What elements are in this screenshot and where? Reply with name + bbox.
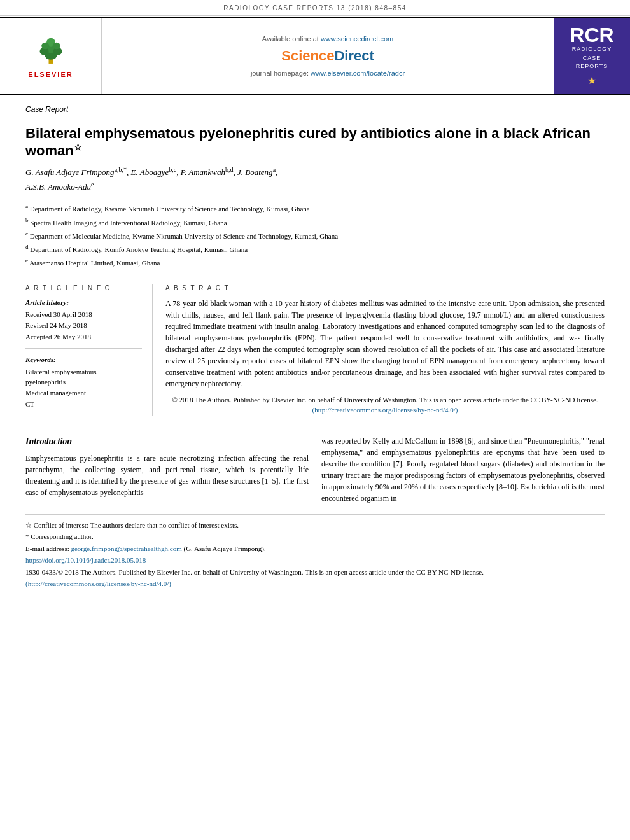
corresponding-note: * Corresponding author. (25, 531, 605, 542)
journal-homepage-link[interactable]: www.elsevier.com/locate/radcr (311, 69, 405, 77)
doi-note: https://doi.org/10.1016/j.radcr.2018.05.… (25, 555, 605, 566)
keyword-1: Bilateral emphysematouspyelonephritis (25, 367, 142, 387)
footer-license-link[interactable]: (http://creativecommons.org/licenses/by-… (25, 580, 171, 587)
footer-notes: ☆ Conflict of interest: The authors decl… (25, 514, 605, 589)
license-link[interactable]: (http://creativecommons.org/licenses/by-… (312, 406, 458, 414)
article-info-header: A R T I C L E I N F O (25, 284, 142, 293)
email-note: E-mail address: george.frimpong@spectrah… (25, 543, 605, 554)
title-star: ☆ (74, 142, 82, 152)
rcr-subtitle: RADIOLOGY CASE REPORTS (572, 45, 612, 71)
revised-date: Revised 24 May 2018 (25, 321, 142, 330)
keywords-label: Keywords: (25, 355, 142, 365)
history-label: Article history: (25, 298, 142, 307)
issn-note: 1930-0433/© 2018 The Authors. Published … (25, 567, 605, 578)
rcr-logo: RCR RADIOLOGY CASE REPORTS ★ (554, 18, 630, 94)
affiliations: a Department of Radiology, Kwame Nkrumah… (25, 202, 605, 269)
received-date: Received 30 April 2018 (25, 310, 142, 319)
introduction-left-col: Introduction Emphysematous pyelonephriti… (25, 435, 309, 504)
main-content: Case Report Bilateral emphysematous pyel… (0, 95, 630, 597)
rcr-star-icon: ★ (587, 74, 596, 88)
elsevier-brand-text: ELSEVIER (28, 70, 73, 80)
introduction-right-text: was reported by Kelly and McCallum in 18… (321, 435, 605, 504)
case-report-label: Case Report (25, 104, 605, 118)
sciencedirect-brand: ScienceDirect (281, 46, 374, 66)
introduction-right-col: was reported by Kelly and McCallum in 18… (321, 435, 605, 504)
svg-point-6 (41, 43, 49, 50)
footer-license-note: (http://creativecommons.org/licenses/by-… (25, 578, 605, 589)
accepted-date: Accepted 26 May 2018 (25, 332, 142, 342)
abstract-header: A B S T R A C T (165, 284, 605, 293)
article-title: Bilateral emphysematous pyelonephritis c… (25, 125, 605, 160)
conflict-note: ☆ Conflict of interest: The authors decl… (25, 520, 605, 531)
journal-info-text: Radiology Case Reports 13 (2018) 848–854 (223, 4, 407, 11)
article-info-abstract: A R T I C L E I N F O Article history: R… (25, 277, 605, 416)
abstract-body: A 78-year-old black woman with a 10-year… (165, 298, 605, 389)
email-link[interactable]: george.frimpong@spectrahealthgh.com (71, 545, 183, 552)
journal-header: ELSEVIER Available online at www.science… (0, 17, 630, 95)
keyword-2: Medical management (25, 388, 142, 398)
copyright-notice: © 2018 The Authors. Published by Elsevie… (165, 395, 605, 416)
rcr-letters: RCR (570, 25, 613, 45)
svg-point-7 (52, 43, 60, 50)
keyword-3: CT (25, 400, 142, 409)
sciencedirect-url[interactable]: www.sciencedirect.com (321, 35, 393, 43)
elsevier-logo: ELSEVIER (0, 18, 102, 94)
journal-info-bar: Radiology Case Reports 13 (2018) 848–854 (0, 0, 630, 16)
introduction-left-text: Emphysematous pyelonephritis is a rare a… (25, 452, 309, 498)
journal-homepage: journal homepage: www.elsevier.com/locat… (251, 69, 405, 78)
introduction-heading: Introduction (25, 435, 309, 448)
authors-line: G. Asafu Adjaye Frimponga,b,*, E. Aboagy… (25, 165, 605, 194)
doi-link[interactable]: https://doi.org/10.1016/j.radcr.2018.05.… (25, 556, 146, 564)
article-info-column: A R T I C L E I N F O Article history: R… (25, 284, 153, 416)
introduction-section: Introduction Emphysematous pyelonephriti… (25, 426, 605, 504)
available-online-text: Available online at www.sciencedirect.co… (262, 34, 393, 44)
divider (25, 348, 142, 349)
abstract-column: A B S T R A C T A 78-year-old black woma… (165, 284, 605, 416)
header-center: Available online at www.sciencedirect.co… (102, 18, 554, 94)
elsevier-tree-icon (29, 32, 73, 67)
